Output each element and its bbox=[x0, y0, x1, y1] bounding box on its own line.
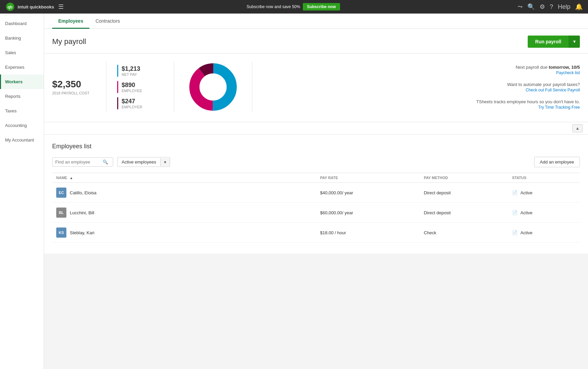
breakdown-net-amount: $1,213 bbox=[122, 65, 140, 72]
employee-name: Catillo, Eloisa bbox=[70, 190, 97, 195]
logo[interactable]: qb intuit quickbooks bbox=[5, 2, 54, 12]
table-row[interactable]: BL Lucchini, Bill $60,000.00/ year Direc… bbox=[52, 203, 580, 223]
svg-text:qb: qb bbox=[7, 5, 13, 9]
sidebar-item-taxes[interactable]: Taxes bbox=[0, 104, 44, 118]
search-wrap: 🔍 bbox=[52, 157, 113, 167]
logo-text: intuit quickbooks bbox=[18, 4, 54, 9]
employee-name: Lucchini, Bill bbox=[70, 210, 94, 215]
payroll-breakdown: $1,213 NET PAY $890 EMPLOYEE $247 EMPL bbox=[106, 62, 174, 112]
layout: Dashboard Banking Sales Expenses Workers… bbox=[0, 14, 588, 369]
collapse-row: ▲ bbox=[44, 122, 588, 135]
time-tracking-link[interactable]: Try Time Tracking Free bbox=[266, 105, 580, 110]
employees-tbody: EC Catillo, Eloisa $40,000.00/ year Dire… bbox=[52, 183, 580, 243]
filter-dropdown-caret-icon: ▼ bbox=[160, 158, 170, 166]
automate-text: Want to automate your payroll taxes? bbox=[507, 82, 580, 87]
breakdown-bar-net bbox=[117, 65, 118, 77]
employee-pay-method: Direct deposit bbox=[420, 183, 508, 203]
search-input[interactable] bbox=[55, 159, 103, 165]
payroll-info: Next payroll due tomorrow, 10/5 Paycheck… bbox=[252, 62, 580, 112]
full-service-link[interactable]: Check out Full Service Payroll bbox=[266, 88, 580, 92]
table-row[interactable]: EC Catillo, Eloisa $40,000.00/ year Dire… bbox=[52, 183, 580, 203]
avatar: EC bbox=[56, 188, 66, 198]
help-icon[interactable]: ? bbox=[550, 3, 553, 10]
employee-pay-rate: $40,000.00/ year bbox=[316, 183, 420, 203]
status-icon: 📄 bbox=[512, 210, 518, 215]
topbar: qb intuit quickbooks ☰ Subscribe now and… bbox=[0, 0, 588, 14]
sidebar-item-expenses[interactable]: Expenses bbox=[0, 60, 44, 74]
sidebar: Dashboard Banking Sales Expenses Workers… bbox=[0, 14, 44, 369]
employee-pay-method: Direct deposit bbox=[420, 203, 508, 223]
full-service-info: Want to automate your payroll taxes? Che… bbox=[266, 82, 580, 92]
payroll-cost-section: $2,350 2018 PAYROLL COST bbox=[52, 62, 106, 112]
search-icon[interactable]: 🔍 bbox=[527, 3, 535, 10]
breakdown-employee-amount: $890 bbox=[122, 82, 142, 89]
payroll-cost-label: 2018 PAYROLL COST bbox=[52, 91, 95, 95]
next-payroll-date: tomorrow, 10/5 bbox=[549, 65, 580, 70]
subscribe-button[interactable]: Subscribe now bbox=[303, 3, 340, 10]
col-pay-method: PAY METHOD bbox=[420, 173, 508, 183]
employees-section: Employees list 🔍 Active employees ▼ Add … bbox=[44, 135, 588, 254]
breakdown-bar-employer bbox=[117, 97, 118, 109]
employee-status: 📄 Active bbox=[508, 223, 580, 243]
toolbar-left: 🔍 Active employees ▼ bbox=[52, 157, 170, 167]
employees-section-title: Employees list bbox=[52, 143, 580, 150]
tab-contractors[interactable]: Contractors bbox=[89, 14, 126, 29]
sidebar-item-reports[interactable]: Reports bbox=[0, 89, 44, 104]
breakdown-net-pay: $1,213 NET PAY bbox=[117, 65, 163, 77]
donut-chart bbox=[188, 62, 238, 112]
breakdown-net-label: NET PAY bbox=[122, 72, 140, 77]
employees-toolbar: 🔍 Active employees ▼ Add an employee bbox=[52, 157, 580, 167]
donut-chart-section bbox=[174, 62, 252, 112]
promo-text: Subscribe now and save 50% bbox=[247, 4, 300, 9]
employee-pay-rate: $18.00 / hour bbox=[316, 223, 420, 243]
payroll-cost-amount: $2,350 bbox=[52, 79, 95, 90]
help-label[interactable]: Help bbox=[558, 3, 570, 10]
col-status: STATUS bbox=[508, 173, 580, 183]
tsheets-text: TSheets tracks employee hours so you don… bbox=[476, 99, 580, 104]
notifications-icon[interactable]: 🔔 bbox=[575, 3, 583, 10]
table-row[interactable]: KS Steblay, Kari $18.00 / hour Check 📄 A… bbox=[52, 223, 580, 243]
breakdown-employee-label: EMPLOYEE bbox=[122, 89, 142, 93]
avatar: KS bbox=[56, 227, 66, 238]
breakdown-employer-label: EMPLOYER bbox=[122, 105, 142, 109]
sidebar-item-sales[interactable]: Sales bbox=[0, 45, 44, 60]
tab-employees[interactable]: Employees bbox=[52, 14, 89, 29]
settings-icon[interactable]: ⚙ bbox=[540, 3, 545, 10]
add-employee-button[interactable]: Add an employee bbox=[534, 157, 580, 167]
employee-status: 📄 Active bbox=[508, 183, 580, 203]
breakdown-bar-employee bbox=[117, 81, 118, 93]
run-payroll-button[interactable]: Run payroll bbox=[528, 36, 569, 48]
employee-name-cell: EC Catillo, Eloisa bbox=[52, 183, 316, 203]
next-payroll-info: Next payroll due tomorrow, 10/5 Paycheck… bbox=[266, 65, 580, 75]
promo-banner: Subscribe now and save 50% Subscribe now bbox=[69, 3, 518, 10]
paycheck-list-link[interactable]: Paycheck list bbox=[266, 70, 580, 75]
hamburger-icon[interactable]: ☰ bbox=[58, 3, 64, 10]
employee-name-cell: KS Steblay, Kari bbox=[52, 223, 316, 243]
payroll-summary: $2,350 2018 PAYROLL COST $1,213 NET PAY … bbox=[44, 53, 588, 122]
employee-pay-method: Check bbox=[420, 223, 508, 243]
breakdown-employer: $247 EMPLOYER bbox=[117, 97, 163, 109]
sidebar-item-dashboard[interactable]: Dashboard bbox=[0, 16, 44, 31]
add-icon[interactable]: ⤳ bbox=[518, 3, 523, 10]
search-icon: 🔍 bbox=[103, 159, 108, 165]
employee-name-cell: BL Lucchini, Bill bbox=[52, 203, 316, 223]
col-name[interactable]: NAME ▲ bbox=[52, 173, 316, 183]
employee-status: 📄 Active bbox=[508, 203, 580, 223]
run-payroll-caret[interactable]: ▼ bbox=[569, 36, 580, 48]
page-header: My payroll Run payroll ▼ bbox=[44, 29, 588, 53]
employees-table: NAME ▲ PAY RATE PAY METHOD STATUS EC Cat… bbox=[52, 173, 580, 243]
sidebar-item-accounting[interactable]: Accounting bbox=[0, 118, 44, 133]
status-icon: 📄 bbox=[512, 230, 518, 235]
employee-pay-rate: $60,000.00/ year bbox=[316, 203, 420, 223]
filter-dropdown[interactable]: Active employees ▼ bbox=[117, 157, 170, 167]
main-content: Employees Contractors My payroll Run pay… bbox=[44, 14, 588, 369]
run-payroll-button-wrap: Run payroll ▼ bbox=[528, 36, 580, 48]
sidebar-item-workers[interactable]: Workers bbox=[0, 74, 44, 89]
next-payroll-label: Next payroll due bbox=[516, 65, 547, 70]
col-pay-rate: PAY RATE bbox=[316, 173, 420, 183]
sidebar-item-my-accountant[interactable]: My Accountant bbox=[0, 133, 44, 147]
collapse-button[interactable]: ▲ bbox=[572, 124, 583, 132]
sidebar-item-banking[interactable]: Banking bbox=[0, 31, 44, 45]
breakdown-employee: $890 EMPLOYEE bbox=[117, 81, 163, 93]
status-icon: 📄 bbox=[512, 190, 518, 195]
